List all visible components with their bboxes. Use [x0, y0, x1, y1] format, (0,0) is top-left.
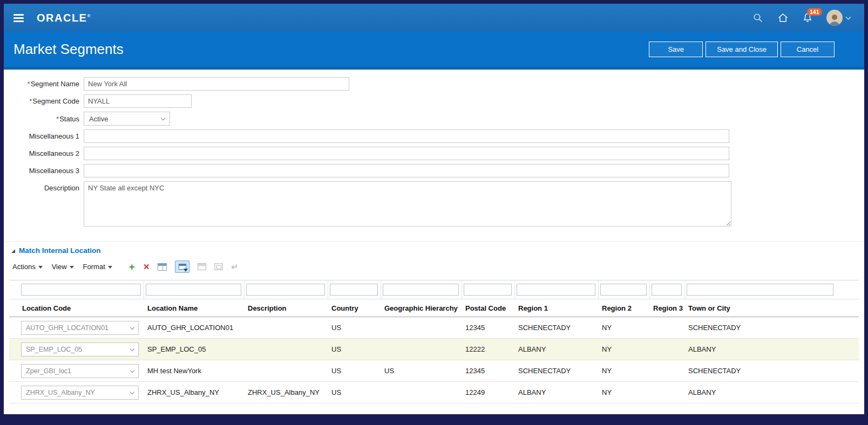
description-textarea[interactable]: NY State all except NYC [84, 181, 731, 227]
misc2-label: Miscellaneous 2 [4, 149, 79, 157]
misc1-input[interactable] [84, 129, 729, 143]
column-header-description[interactable]: Description [245, 304, 328, 312]
delete-row-icon[interactable]: ✕ [143, 262, 150, 272]
cell-description: ZHRX_US_Albany_NY [245, 388, 328, 396]
cell-region1: ALBANY [515, 345, 599, 353]
table-header-row: Location Code Location Name Description … [9, 299, 859, 317]
form-row-segment-code: *Segment Code [4, 94, 864, 108]
segment-code-input[interactable] [84, 94, 192, 108]
cell-postal-code: 12345 [462, 367, 515, 375]
table-row[interactable]: ZHRX_US_Albany_NY ZHRX_US_Albany_NY ZHRX… [9, 382, 859, 403]
global-header-actions: 141 [752, 10, 850, 26]
column-header-town-or-city[interactable]: Town or City [685, 304, 859, 312]
cell-region2: NY [599, 324, 650, 332]
filter-geographic-hierarchy-input[interactable] [383, 284, 459, 296]
view-menu[interactable]: View [52, 263, 74, 271]
filter-town-or-city-input[interactable] [687, 284, 833, 296]
segment-name-input[interactable] [84, 77, 349, 91]
filter-region3-input[interactable] [652, 284, 682, 296]
table-row[interactable]: AUTO_GHR_LOCATION01 AUTO_GHR_LOCATION01 … [9, 317, 859, 339]
oracle-logo: ORACLE® [37, 12, 90, 24]
column-header-postal-code[interactable]: Postal Code [462, 304, 515, 312]
cell-location-name: ZHRX_US_Albany_NY [144, 388, 245, 396]
save-button[interactable]: Save [649, 42, 703, 57]
misc2-input[interactable] [84, 147, 729, 160]
menu-dropdown-icon [70, 266, 74, 269]
form-row-misc3: Miscellaneous 3 [4, 164, 864, 177]
chevron-down-icon [130, 389, 134, 394]
misc1-label: Miscellaneous 1 [4, 132, 79, 140]
notification-count-badge: 141 [807, 8, 822, 16]
home-icon[interactable] [777, 12, 789, 24]
column-header-country[interactable]: Country [328, 304, 381, 312]
location-code-select[interactable]: ZHRX_US_Albany_NY [21, 386, 139, 400]
collapse-section-icon[interactable]: ◢ [11, 248, 15, 253]
required-marker: * [28, 80, 30, 88]
segment-code-label: *Segment Code [4, 97, 79, 105]
filter-region2-input[interactable] [600, 284, 647, 296]
cell-postal-code: 12222 [462, 345, 515, 353]
filter-country-input[interactable] [330, 284, 378, 296]
cell-location-name: AUTO_GHR_LOCATION01 [144, 324, 245, 332]
query-by-example-icon[interactable] [175, 261, 189, 273]
cell-region2: NY [599, 345, 650, 353]
cancel-button[interactable]: Cancel [781, 42, 835, 57]
filter-location-code-input[interactable] [21, 284, 141, 296]
cell-country: US [328, 324, 381, 332]
filter-description-input[interactable] [246, 284, 325, 296]
cell-postal-code: 12345 [462, 324, 515, 332]
cell-postal-code: 12249 [462, 388, 515, 396]
section-title[interactable]: Match Internal Location [19, 246, 101, 255]
actions-menu[interactable]: Actions [12, 263, 43, 271]
filter-postal-code-input[interactable] [464, 284, 512, 296]
form-row-description: Description NY State all except NYC [4, 181, 864, 227]
save-and-close-button[interactable]: Save and Close [706, 42, 778, 57]
segment-name-label: *Segment Name [4, 80, 79, 88]
column-header-location-name[interactable]: Location Name [144, 304, 245, 312]
status-selected-value: Active [89, 115, 108, 123]
notifications-bell-icon[interactable]: 141 [802, 12, 813, 24]
search-icon[interactable] [752, 12, 764, 24]
required-marker: * [56, 115, 59, 123]
freeze-icon[interactable] [158, 263, 167, 271]
cell-country: US [328, 388, 381, 396]
column-header-region3[interactable]: Region 3 [650, 304, 685, 312]
oracle-logo-text: ORACLE [37, 12, 87, 24]
form-row-segment-name: *Segment Name [4, 77, 864, 91]
navigator-menu-icon[interactable] [13, 14, 24, 22]
page-actions: Save Save and Close Cancel [649, 42, 835, 57]
add-row-icon[interactable]: + [129, 263, 135, 271]
cell-location-name: MH test NewYork [144, 367, 245, 375]
qbe-funnel-glyph [184, 269, 188, 272]
location-code-select[interactable]: AUTO_GHR_LOCATION01 [21, 321, 139, 335]
column-header-location-code[interactable]: Location Code [9, 304, 144, 312]
cell-town-or-city: ALBANY [685, 388, 859, 396]
page-title: Market Segments [13, 41, 124, 58]
menu-dropdown-icon [108, 266, 112, 269]
cell-town-or-city: SCHENECTADY [685, 367, 859, 375]
user-menu[interactable] [826, 10, 850, 26]
chevron-down-icon [846, 15, 851, 20]
match-internal-location-section: ◢ Match Internal Location Actions View F… [4, 241, 864, 403]
format-menu[interactable]: Format [83, 263, 112, 271]
filter-region1-input[interactable] [517, 284, 595, 296]
misc3-label: Miscellaneous 3 [4, 167, 79, 175]
user-avatar [826, 10, 843, 26]
detach-icon [198, 263, 206, 270]
cell-region2: NY [599, 388, 650, 396]
global-header: ORACLE® 141 [4, 4, 864, 32]
filter-location-name-input[interactable] [146, 284, 241, 296]
cell-region1: SCHENECTADY [515, 367, 599, 375]
table-row[interactable]: Zper_GBI_loc1 MH test NewYork US US 1234… [9, 360, 859, 382]
chevron-down-icon [130, 346, 134, 351]
column-header-region1[interactable]: Region 1 [515, 304, 599, 312]
status-select[interactable]: Active [84, 112, 170, 126]
location-code-select[interactable]: SP_EMP_LOC_05 [21, 342, 139, 357]
cell-town-or-city: SCHENECTADY [685, 324, 859, 332]
misc3-input[interactable] [84, 164, 729, 177]
cell-region1: SCHENECTADY [515, 324, 599, 332]
table-row-selected[interactable]: SP_EMP_LOC_05 SP_EMP_LOC_05 US 12222 ALB… [9, 339, 859, 360]
location-code-select[interactable]: Zper_GBI_loc1 [21, 364, 139, 378]
column-header-geographic-hierarchy[interactable]: Geographic Hierarchy [381, 304, 462, 312]
column-header-region2[interactable]: Region 2 [599, 304, 650, 312]
